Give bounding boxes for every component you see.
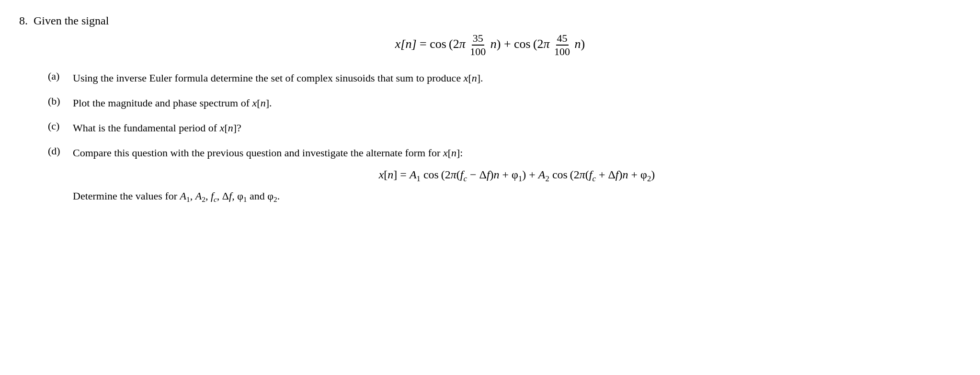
part-d-subformula: x[n] = A1 cos (2π(fc − Δf)n + φ1) + A2 c… [73, 166, 961, 185]
part-a: (a) Using the inverse Euler formula dete… [48, 70, 961, 86]
denominator-100a: 100 [469, 46, 487, 58]
part-d-label: (d) [48, 145, 65, 157]
fraction-45-100: 45 100 [553, 32, 571, 59]
formula-n1: n) + cos (2π [490, 37, 550, 51]
part-b: (b) Plot the magnitude and phase spectru… [48, 95, 961, 111]
question-number: 8. [19, 14, 28, 27]
part-a-content: Using the inverse Euler formula determin… [73, 70, 961, 86]
numerator-35: 35 [472, 32, 484, 46]
formula-cos1: cos (2π [430, 37, 466, 51]
part-a-label: (a) [48, 70, 65, 82]
main-formula: x[n] = cos (2π 35 100 n) + cos (2π 45 10… [19, 32, 961, 59]
part-b-label: (b) [48, 95, 65, 107]
part-c: (c) What is the fundamental period of x[… [48, 120, 961, 136]
question-header: 8. Given the signal [19, 14, 961, 27]
formula-lhs: x[n] [395, 37, 417, 51]
part-c-content: What is the fundamental period of x[n]? [73, 120, 961, 136]
part-d-content: Compare this question with the previous … [73, 145, 961, 205]
part-c-label: (c) [48, 120, 65, 132]
question-intro: Given the signal [34, 14, 109, 27]
part-b-content: Plot the magnitude and phase spectrum of… [73, 95, 961, 111]
formula-equals: = [420, 37, 430, 51]
part-d-text-before: Compare this question with the previous … [73, 147, 463, 159]
fraction-35-100: 35 100 [469, 32, 487, 59]
denominator-100b: 100 [553, 46, 571, 58]
parts-container: (a) Using the inverse Euler formula dete… [48, 70, 961, 205]
formula-n2: n) [575, 37, 585, 51]
numerator-45: 45 [556, 32, 569, 46]
part-d-text-after: Determine the values for A1, A2, fc, Δf,… [73, 190, 280, 202]
part-d: (d) Compare this question with the previ… [48, 145, 961, 205]
